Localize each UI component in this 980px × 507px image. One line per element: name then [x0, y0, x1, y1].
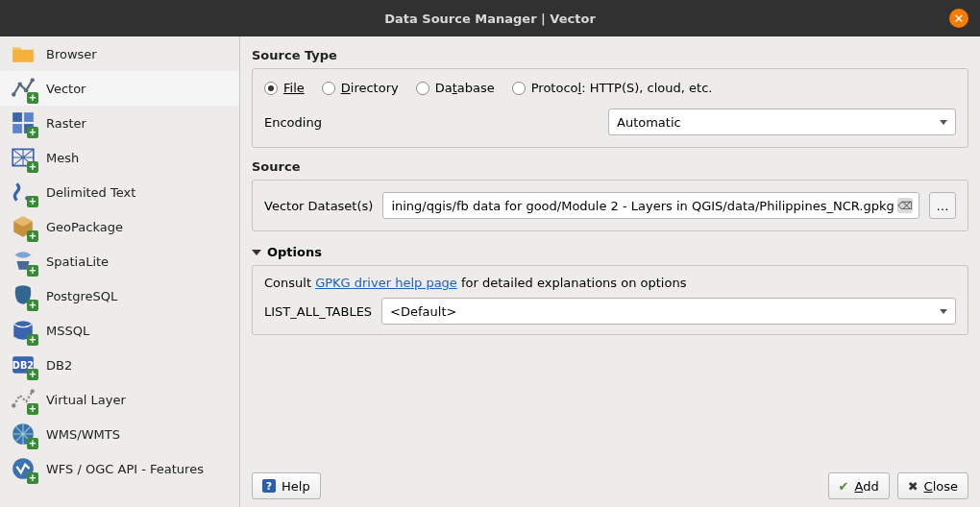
source-type-radios: File Directory Database Protocol: HTTP(S… — [264, 81, 956, 95]
options-toggle[interactable]: Options — [252, 241, 968, 265]
radio-file[interactable]: File — [264, 81, 305, 95]
dataset-value: ining/qgis/fb data for good/Module 2 - L… — [391, 199, 894, 213]
encoding-select[interactable]: Automatic — [608, 109, 956, 135]
svg-point-0 — [12, 92, 15, 96]
help-button[interactable]: ? Help — [252, 472, 321, 499]
radio-icon — [416, 82, 429, 95]
radio-icon — [322, 82, 335, 95]
dataset-label: Vector Dataset(s) — [264, 199, 373, 213]
radio-label: Protocol: HTTP(S), cloud, etc. — [531, 81, 713, 95]
data-source-manager-window: Data Source Manager | Vector ✕ Browser V… — [0, 0, 980, 507]
svg-point-3 — [31, 78, 35, 82]
close-button[interactable]: ✖ Close — [897, 472, 968, 499]
sidebar-item-label: WFS / OGC API - Features — [46, 462, 204, 476]
sidebar-item-label: Raster — [46, 116, 86, 131]
svg-point-2 — [24, 88, 28, 92]
source-panel: Vector Dataset(s) ining/qgis/fb data for… — [252, 180, 968, 231]
sidebar-item-spatialite[interactable]: SpatiaLite — [0, 244, 239, 278]
list-all-tables-select[interactable]: <Default> — [381, 298, 956, 325]
radio-label: File — [283, 81, 305, 95]
check-icon: ✔ — [839, 479, 849, 494]
add-label: Add — [854, 479, 878, 494]
svg-rect-5 — [24, 112, 34, 122]
dataset-row: Vector Dataset(s) ining/qgis/fb data for… — [264, 192, 956, 219]
sidebar-item-db2[interactable]: DB2 DB2 — [0, 348, 239, 382]
virtual-layer-icon — [10, 386, 37, 413]
list-all-tables-row: LIST_ALL_TABLES <Default> — [264, 298, 956, 325]
close-icon: ✖ — [908, 479, 919, 494]
svg-rect-4 — [12, 112, 22, 122]
sidebar-item-label: GeoPackage — [46, 220, 123, 234]
sidebar-item-label: Virtual Layer — [46, 393, 126, 407]
help-label: Help — [282, 479, 310, 494]
radio-label: Directory — [341, 81, 399, 95]
sidebar-item-vector[interactable]: Vector — [0, 71, 239, 106]
radio-label: Database — [435, 81, 495, 95]
svg-point-1 — [18, 83, 22, 86]
mssql-icon — [10, 317, 37, 344]
wfs-icon — [10, 455, 37, 482]
radio-icon — [512, 82, 526, 95]
dialog-footer: ? Help ✔ Add ✖ Close — [252, 467, 968, 499]
radio-protocol[interactable]: Protocol: HTTP(S), cloud, etc. — [512, 81, 713, 95]
options-panel: Consult GPKG driver help page for detail… — [252, 265, 968, 335]
sidebar-item-wfs[interactable]: WFS / OGC API - Features — [0, 451, 239, 486]
wms-icon — [10, 421, 37, 447]
sidebar-item-delimited-text[interactable]: Delimited Text — [0, 175, 239, 209]
driver-help-link[interactable]: GPKG driver help page — [315, 276, 457, 290]
sidebar-item-geopackage[interactable]: GeoPackage — [0, 209, 239, 244]
close-label: Close — [924, 479, 958, 494]
sidebar-item-mesh[interactable]: Mesh — [0, 140, 239, 175]
sidebar-item-raster[interactable]: Raster — [0, 106, 239, 140]
sidebar-item-label: MSSQL — [46, 324, 89, 338]
sidebar-item-label: PostgreSQL — [46, 289, 117, 303]
browse-button[interactable]: … — [929, 192, 956, 219]
postgresql-icon — [10, 282, 37, 309]
source-type-sidebar: Browser Vector Raster Mesh — [0, 36, 240, 507]
add-button[interactable]: ✔ Add — [828, 472, 890, 499]
radio-database[interactable]: Database — [416, 81, 495, 95]
delimited-text-icon — [10, 179, 37, 205]
svg-point-8 — [25, 196, 29, 200]
window-title: Data Source Manager | Vector — [384, 12, 596, 26]
dataset-input[interactable]: ining/qgis/fb data for good/Module 2 - L… — [382, 192, 919, 219]
encoding-label: Encoding — [264, 115, 370, 130]
clear-input-icon[interactable]: ⌫ — [897, 198, 913, 213]
sidebar-item-mssql[interactable]: MSSQL — [0, 313, 239, 348]
close-window-button[interactable]: ✕ — [949, 9, 968, 28]
spatialite-icon — [10, 248, 37, 275]
sidebar-item-postgresql[interactable]: PostgreSQL — [0, 278, 239, 313]
encoding-value: Automatic — [617, 115, 681, 130]
options-description: Consult GPKG driver help page for detail… — [264, 276, 956, 290]
window-body: Browser Vector Raster Mesh — [0, 36, 980, 507]
sidebar-item-label: Browser — [46, 47, 97, 61]
source-type-panel: File Directory Database Protocol: HTTP(S… — [252, 68, 968, 148]
db2-icon: DB2 — [10, 351, 37, 378]
svg-text:DB2: DB2 — [12, 360, 34, 371]
sidebar-item-wms[interactable]: WMS/WMTS — [0, 417, 239, 451]
folder-icon — [10, 40, 37, 67]
source-heading: Source — [252, 157, 968, 180]
help-icon: ? — [262, 479, 276, 493]
sidebar-item-browser[interactable]: Browser — [0, 36, 239, 71]
radio-icon — [264, 82, 278, 95]
ellipsis-icon: … — [937, 199, 949, 213]
list-all-tables-value: <Default> — [390, 304, 456, 319]
titlebar: Data Source Manager | Vector ✕ — [0, 0, 980, 36]
vector-icon — [10, 75, 37, 102]
encoding-row: Encoding Automatic — [264, 109, 956, 135]
mesh-icon — [10, 144, 37, 171]
raster-icon — [10, 109, 37, 136]
sidebar-item-label: DB2 — [46, 358, 72, 373]
sidebar-item-label: Delimited Text — [46, 185, 135, 200]
svg-point-12 — [31, 389, 35, 393]
sidebar-item-virtual-layer[interactable]: Virtual Layer — [0, 382, 239, 417]
sidebar-item-label: Mesh — [46, 151, 79, 165]
svg-rect-7 — [24, 124, 34, 133]
source-type-heading: Source Type — [252, 46, 968, 68]
list-all-tables-label: LIST_ALL_TABLES — [264, 304, 372, 319]
main-panel: Source Type File Directory Database — [240, 36, 980, 507]
svg-point-11 — [12, 403, 15, 407]
radio-directory[interactable]: Directory — [322, 81, 399, 95]
sidebar-item-label: Vector — [46, 82, 86, 96]
